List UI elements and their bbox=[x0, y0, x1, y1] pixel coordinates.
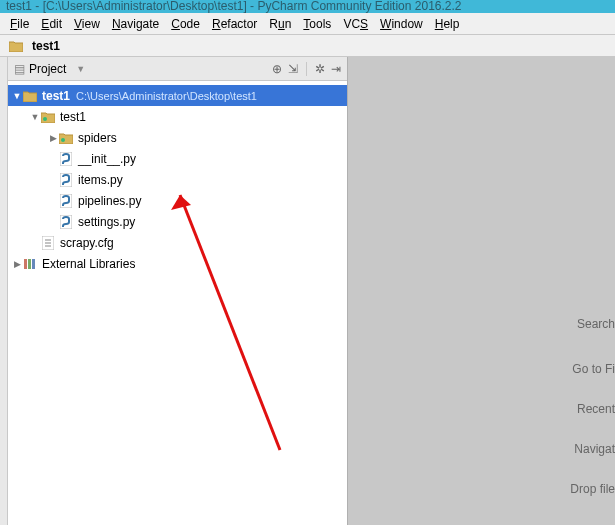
tree-label: __init__.py bbox=[78, 152, 136, 166]
expand-arrow-icon[interactable]: ▶ bbox=[48, 133, 58, 143]
menu-window[interactable]: Window bbox=[374, 17, 429, 31]
tree-label: items.py bbox=[78, 173, 123, 187]
svg-rect-10 bbox=[24, 259, 27, 269]
window-titlebar: test1 - [C:\Users\Administrator\Desktop\… bbox=[0, 0, 615, 13]
tree-label: spiders bbox=[78, 131, 117, 145]
menu-edit[interactable]: Edit bbox=[35, 17, 68, 31]
project-view-label[interactable]: Project bbox=[29, 62, 66, 76]
separator bbox=[306, 62, 307, 76]
expand-arrow-icon[interactable]: ▶ bbox=[12, 259, 22, 269]
tree-label: scrapy.cfg bbox=[60, 236, 114, 250]
python-file-icon bbox=[58, 215, 74, 229]
window-title: test1 - [C:\Users\Administrator\Desktop\… bbox=[6, 0, 462, 13]
tree-label: settings.py bbox=[78, 215, 135, 229]
python-file-icon bbox=[58, 173, 74, 187]
hint-navigation: Navigat bbox=[574, 442, 615, 456]
tree-row-scrapycfg[interactable]: ▶ scrapy.cfg bbox=[8, 232, 347, 253]
tree-row-settings[interactable]: ▶ settings.py bbox=[8, 211, 347, 232]
tree-row-spiders[interactable]: ▶ spiders bbox=[8, 127, 347, 148]
settings-gear-icon[interactable]: ✲ bbox=[315, 62, 325, 76]
menu-navigate[interactable]: Navigate bbox=[106, 17, 165, 31]
menu-view[interactable]: View bbox=[68, 17, 106, 31]
expand-arrow-icon[interactable]: ▼ bbox=[30, 112, 40, 122]
tree-row-project-root[interactable]: ▼ test1 C:\Users\Administrator\Desktop\t… bbox=[8, 85, 347, 106]
main-menu: File Edit View Navigate Code Refactor Ru… bbox=[0, 13, 615, 35]
toolwindow-stripe[interactable] bbox=[0, 57, 8, 525]
svg-point-0 bbox=[43, 117, 47, 121]
menu-help[interactable]: Help bbox=[429, 17, 466, 31]
tree-label: External Libraries bbox=[42, 257, 135, 271]
hint-goto: Go to Fi bbox=[572, 362, 615, 376]
project-tree[interactable]: ▼ test1 C:\Users\Administrator\Desktop\t… bbox=[8, 81, 347, 278]
python-file-icon bbox=[58, 152, 74, 166]
tree-label: test1 bbox=[42, 89, 70, 103]
tree-row-init[interactable]: ▶ __init__.py bbox=[8, 148, 347, 169]
project-view-icon: ▤ bbox=[14, 62, 25, 76]
tree-row-external-libraries[interactable]: ▶ External Libraries bbox=[8, 253, 347, 274]
tree-row-pipelines[interactable]: ▶ pipelines.py bbox=[8, 190, 347, 211]
project-header: ▤ Project ▼ ⊕ ⇲ ✲ ⇥ bbox=[8, 57, 347, 81]
editor-area[interactable]: Search Go to Fi Recent Navigat Drop file bbox=[348, 57, 615, 525]
svg-rect-12 bbox=[32, 259, 35, 269]
folder-icon bbox=[8, 40, 24, 52]
svg-rect-11 bbox=[28, 259, 31, 269]
library-icon bbox=[22, 257, 38, 271]
tree-row-package[interactable]: ▼ test1 bbox=[8, 106, 347, 127]
tree-row-items[interactable]: ▶ items.py bbox=[8, 169, 347, 190]
hint-search: Search bbox=[577, 317, 615, 331]
dropdown-icon[interactable]: ▼ bbox=[76, 64, 85, 74]
menu-refactor[interactable]: Refactor bbox=[206, 17, 263, 31]
menu-file[interactable]: File bbox=[4, 17, 35, 31]
tree-label: test1 bbox=[60, 110, 86, 124]
package-folder-icon bbox=[40, 111, 56, 123]
breadcrumb-item[interactable]: test1 bbox=[32, 39, 60, 53]
menu-tools[interactable]: Tools bbox=[297, 17, 337, 31]
hint-drop: Drop file bbox=[570, 482, 615, 496]
scroll-to-source-icon[interactable]: ⊕ bbox=[272, 62, 282, 76]
navigation-bar[interactable]: test1 bbox=[0, 35, 615, 57]
hide-icon[interactable]: ⇥ bbox=[331, 62, 341, 76]
svg-point-1 bbox=[61, 138, 65, 142]
hint-recent: Recent bbox=[577, 402, 615, 416]
project-tool-window: ▤ Project ▼ ⊕ ⇲ ✲ ⇥ ▼ test1 C:\Users\Adm… bbox=[8, 57, 348, 525]
menu-run[interactable]: Run bbox=[263, 17, 297, 31]
menu-code[interactable]: Code bbox=[165, 17, 206, 31]
menu-vcs[interactable]: VCS bbox=[337, 17, 374, 31]
collapse-all-icon[interactable]: ⇲ bbox=[288, 62, 298, 76]
expand-arrow-icon[interactable]: ▼ bbox=[12, 91, 22, 101]
folder-icon bbox=[22, 90, 38, 102]
tree-path: C:\Users\Administrator\Desktop\test1 bbox=[76, 90, 257, 102]
python-file-icon bbox=[58, 194, 74, 208]
package-folder-icon bbox=[58, 132, 74, 144]
tree-label: pipelines.py bbox=[78, 194, 141, 208]
text-file-icon bbox=[40, 236, 56, 250]
